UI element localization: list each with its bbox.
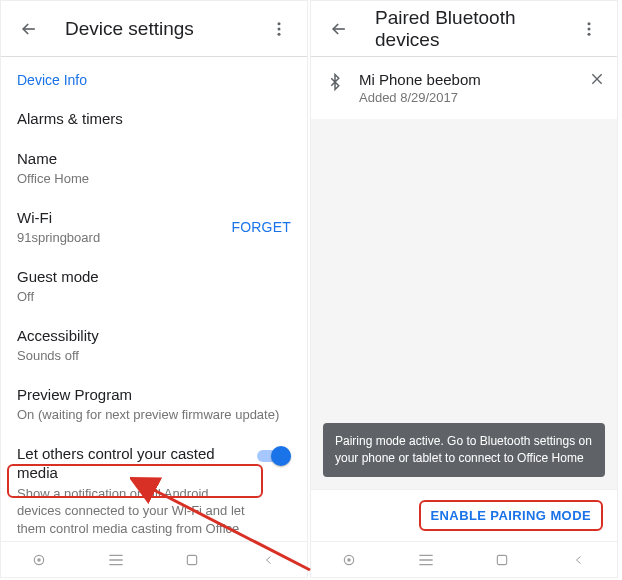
settings-list: Device Info Alarms & timers Name Office … bbox=[1, 57, 307, 541]
appbar: Paired Bluetooth devices bbox=[311, 1, 617, 57]
name-label: Name bbox=[17, 149, 291, 169]
svg-rect-5 bbox=[188, 555, 197, 564]
wifi-row[interactable]: Wi-Fi 91springboard FORGET bbox=[1, 198, 307, 257]
guest-value: Off bbox=[17, 288, 291, 306]
bluetooth-icon bbox=[323, 71, 347, 97]
paired-device-row[interactable]: Mi Phone beebom Added 8/29/2017 bbox=[311, 57, 617, 119]
overflow-menu-icon[interactable] bbox=[259, 9, 299, 49]
wifi-label: Wi-Fi bbox=[17, 208, 231, 228]
overflow-menu-icon[interactable] bbox=[569, 9, 609, 49]
svg-point-1 bbox=[278, 27, 281, 30]
page-title: Paired Bluetooth devices bbox=[359, 7, 569, 51]
cast-desc: Show a notification on all Android devic… bbox=[17, 485, 249, 541]
name-row[interactable]: Name Office Home bbox=[1, 139, 307, 198]
page-title: Device settings bbox=[49, 18, 259, 40]
preview-label: Preview Program bbox=[17, 385, 291, 405]
android-nav-bar bbox=[1, 541, 307, 577]
alarms-label: Alarms & timers bbox=[17, 109, 291, 129]
preview-program-row[interactable]: Preview Program On (waiting for next pre… bbox=[1, 375, 307, 434]
svg-point-7 bbox=[588, 27, 591, 30]
paired-devices-screen: Paired Bluetooth devices Mi Phone beebom… bbox=[310, 0, 618, 578]
enable-pairing-button[interactable]: ENABLE PAIRING MODE bbox=[419, 500, 603, 531]
name-value: Office Home bbox=[17, 170, 291, 188]
svg-rect-11 bbox=[498, 555, 507, 564]
guest-mode-row[interactable]: Guest mode Off bbox=[1, 257, 307, 316]
nav-home-icon[interactable] bbox=[181, 549, 203, 571]
device-info-label: Device Info bbox=[17, 71, 291, 89]
nav-menu-icon[interactable] bbox=[105, 549, 127, 571]
nav-home-icon[interactable] bbox=[491, 549, 513, 571]
cast-label: Let others control your casted media bbox=[17, 444, 249, 483]
nav-menu-icon[interactable] bbox=[415, 549, 437, 571]
svg-point-0 bbox=[278, 22, 281, 25]
back-icon[interactable] bbox=[9, 9, 49, 49]
bottom-action-bar: ENABLE PAIRING MODE bbox=[311, 489, 617, 541]
android-nav-bar bbox=[311, 541, 617, 577]
alarms-row[interactable]: Alarms & timers bbox=[1, 99, 307, 139]
svg-point-8 bbox=[588, 32, 591, 35]
guest-label: Guest mode bbox=[17, 267, 291, 287]
nav-overview-icon[interactable] bbox=[338, 549, 360, 571]
preview-value: On (waiting for next preview firmware up… bbox=[17, 406, 291, 424]
nav-overview-icon[interactable] bbox=[28, 549, 50, 571]
device-info-row[interactable]: Device Info bbox=[1, 61, 307, 99]
device-added-date: Added 8/29/2017 bbox=[359, 90, 577, 105]
wifi-value: 91springboard bbox=[17, 229, 231, 247]
pairing-toast: Pairing mode active. Go to Bluetooth set… bbox=[323, 423, 605, 477]
cast-toggle[interactable] bbox=[257, 446, 291, 466]
svg-point-10 bbox=[348, 558, 350, 560]
appbar: Device settings bbox=[1, 1, 307, 57]
wifi-forget-button[interactable]: FORGET bbox=[231, 219, 291, 235]
svg-point-6 bbox=[588, 22, 591, 25]
accessibility-label: Accessibility bbox=[17, 326, 291, 346]
empty-area: Pairing mode active. Go to Bluetooth set… bbox=[311, 119, 617, 489]
cast-control-row[interactable]: Let others control your casted media Sho… bbox=[1, 434, 307, 541]
remove-device-icon[interactable] bbox=[589, 71, 605, 91]
accessibility-row[interactable]: Accessibility Sounds off bbox=[1, 316, 307, 375]
svg-point-2 bbox=[278, 32, 281, 35]
accessibility-value: Sounds off bbox=[17, 347, 291, 365]
back-icon[interactable] bbox=[319, 9, 359, 49]
nav-back-icon[interactable] bbox=[258, 549, 280, 571]
device-name: Mi Phone beebom bbox=[359, 71, 577, 88]
device-settings-screen: Device settings Device Info Alarms & tim… bbox=[0, 0, 308, 578]
svg-point-4 bbox=[38, 558, 40, 560]
nav-back-icon[interactable] bbox=[568, 549, 590, 571]
